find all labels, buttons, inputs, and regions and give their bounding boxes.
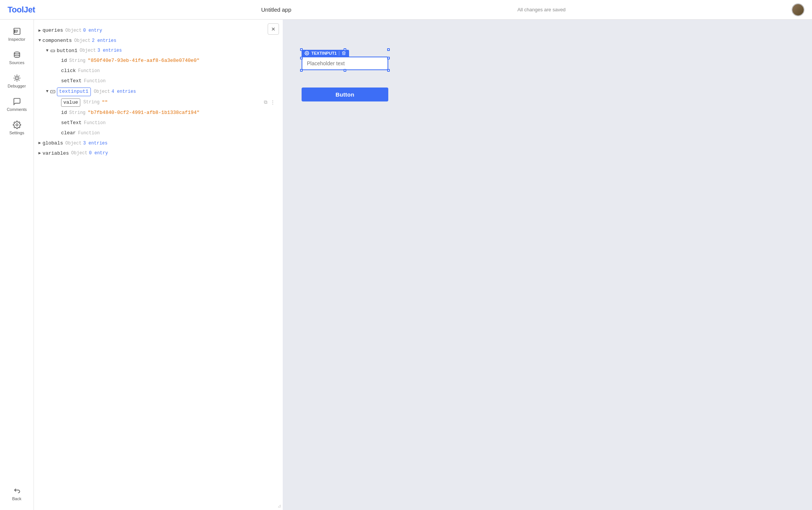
topbar: ToolJet Untitled app All changes are sav… bbox=[0, 0, 812, 20]
settings-icon bbox=[13, 121, 21, 129]
sel-handle-tm[interactable] bbox=[344, 48, 346, 51]
sel-handle-mr[interactable] bbox=[387, 57, 390, 59]
back-icon bbox=[13, 487, 21, 495]
textinput1-clear-key: clear bbox=[61, 129, 76, 137]
more-icon[interactable]: ⋮ bbox=[270, 99, 275, 107]
textinput1-id-type: String bbox=[69, 109, 86, 117]
button1-settext-key: setText bbox=[61, 77, 82, 85]
sidebar-item-inspector[interactable]: Inspector bbox=[2, 23, 32, 45]
button1-id-row: id String "850f40e7-93eb-41fe-aaf8-6a3e8… bbox=[38, 56, 278, 66]
variables-key: variables bbox=[43, 150, 69, 158]
textinput1-settext-row: setText Function bbox=[38, 118, 278, 128]
queries-key: queries bbox=[43, 27, 63, 35]
globals-toggle[interactable]: ▶ bbox=[38, 140, 41, 147]
components-toggle[interactable]: ▼ bbox=[38, 37, 41, 44]
resize-handle[interactable]: ⊿ bbox=[277, 503, 281, 508]
button1-id-type: String bbox=[69, 57, 86, 65]
button-widget-icon bbox=[50, 48, 55, 54]
textinput1-key: textinput1 bbox=[57, 88, 91, 96]
back-label: Back bbox=[12, 496, 21, 501]
button1-id-val: "850f40e7-93eb-41fe-aaf8-6a3e8e0740e0" bbox=[88, 57, 199, 65]
svg-point-2 bbox=[14, 31, 15, 32]
sidebar: Inspector Sources Debugger Comments bbox=[0, 20, 34, 510]
textinput1-id-row: id String "b7fb4840-0cf2-4991-afb8-1b133… bbox=[38, 108, 278, 118]
gear-widget-icon bbox=[305, 51, 309, 55]
textinput1-value-key: value bbox=[61, 98, 80, 107]
sel-handle-ml[interactable] bbox=[300, 57, 303, 59]
textinput1-settext-key: setText bbox=[61, 119, 82, 127]
canvas-inner: TEXTINPUT1 Button bbox=[290, 27, 516, 216]
sel-handle-bm[interactable] bbox=[344, 69, 346, 72]
globals-key: globals bbox=[43, 140, 63, 147]
sidebar-item-settings[interactable]: Settings bbox=[2, 117, 32, 139]
svg-point-6 bbox=[16, 124, 18, 126]
variables-row[interactable]: ▶ variables Object 0 entry bbox=[38, 149, 278, 159]
comments-icon bbox=[13, 97, 21, 106]
textinput1-value-type: String bbox=[83, 99, 100, 106]
button1-settext-row: setText Function bbox=[38, 76, 278, 86]
canvas-area: TEXTINPUT1 Button bbox=[283, 20, 812, 510]
button1-click-row: click Function bbox=[38, 66, 278, 76]
globals-row[interactable]: ▶ globals Object 3 entries bbox=[38, 138, 278, 149]
sel-handle-br[interactable] bbox=[387, 69, 390, 72]
variables-type: Object bbox=[71, 150, 87, 157]
svg-point-4 bbox=[14, 52, 20, 54]
queries-toggle[interactable]: ▶ bbox=[38, 28, 41, 34]
textinput1-settext-type: Function bbox=[84, 120, 106, 127]
label-divider bbox=[339, 51, 339, 55]
sel-handle-tr[interactable] bbox=[387, 48, 390, 51]
queries-type: Object bbox=[65, 27, 81, 34]
trash-widget-icon[interactable] bbox=[342, 51, 346, 55]
textinput-input[interactable] bbox=[302, 57, 388, 70]
textinput-label-bar: TEXTINPUT1 bbox=[302, 50, 349, 57]
button1-click-type: Function bbox=[78, 68, 100, 75]
inspector-panel: ▶ queries Object 0 entry ▼ components Ob… bbox=[34, 20, 283, 510]
inspector-label: Inspector bbox=[8, 37, 25, 41]
textinput1-toggle[interactable]: ▼ bbox=[46, 88, 49, 95]
textinput1-clear-row: clear Function bbox=[38, 128, 278, 138]
svg-rect-9 bbox=[51, 50, 55, 52]
components-key: components bbox=[43, 37, 72, 45]
variables-toggle[interactable]: ▶ bbox=[38, 150, 41, 157]
globals-count: 3 entries bbox=[83, 140, 107, 147]
queries-row[interactable]: ▶ queries Object 0 entry bbox=[38, 26, 278, 36]
sel-handle-bl[interactable] bbox=[300, 69, 303, 72]
button1-type: Object bbox=[80, 47, 96, 54]
button1-toggle[interactable]: ▼ bbox=[46, 48, 49, 54]
row-actions[interactable]: ⧉ ⋮ bbox=[264, 99, 278, 107]
button1-row[interactable]: ▼ button1 Object 3 entries bbox=[38, 46, 278, 56]
textinput-widget-label: TEXTINPUT1 bbox=[311, 51, 337, 55]
components-row[interactable]: ▼ components Object 2 entries bbox=[38, 36, 278, 46]
button1-count: 3 entries bbox=[97, 47, 122, 54]
button-widget: Button bbox=[302, 88, 388, 101]
sidebar-item-comments[interactable]: Comments bbox=[2, 94, 32, 115]
sidebar-item-sources[interactable]: Sources bbox=[2, 47, 32, 69]
sel-handle-tl[interactable] bbox=[300, 48, 303, 51]
textinput1-value-row: value String "" ⧉ ⋮ bbox=[38, 97, 278, 108]
variables-count: 0 entry bbox=[89, 150, 108, 157]
sidebar-item-debugger[interactable]: Debugger bbox=[2, 70, 32, 92]
textinput1-row[interactable]: ▼ textinput1 Object 4 entries bbox=[38, 86, 278, 97]
svg-point-1 bbox=[14, 30, 15, 31]
inspector-icon bbox=[13, 27, 21, 35]
globals-type: Object bbox=[65, 140, 81, 147]
settings-label: Settings bbox=[9, 131, 25, 135]
copy-icon[interactable]: ⧉ bbox=[264, 99, 267, 107]
pin-button[interactable] bbox=[268, 23, 279, 35]
button1-settext-type: Function bbox=[84, 78, 106, 85]
canvas-button[interactable]: Button bbox=[302, 88, 388, 101]
button1-id-key: id bbox=[61, 57, 67, 65]
debugger-icon bbox=[13, 74, 21, 82]
textinput1-id-val: "b7fb4840-0cf2-4991-afb8-1b1338caf194" bbox=[88, 109, 199, 117]
app-title[interactable]: Untitled app bbox=[261, 6, 291, 13]
sidebar-item-back[interactable]: Back bbox=[2, 483, 32, 505]
sources-icon bbox=[13, 51, 21, 59]
svg-point-3 bbox=[14, 32, 15, 33]
comments-label: Comments bbox=[7, 107, 27, 112]
logo: ToolJet bbox=[8, 5, 35, 15]
debugger-label: Debugger bbox=[8, 84, 26, 88]
textinput1-count: 4 entries bbox=[112, 88, 136, 95]
user-avatar[interactable] bbox=[792, 3, 804, 16]
components-type: Object bbox=[74, 37, 90, 45]
button1-click-key: click bbox=[61, 67, 76, 75]
